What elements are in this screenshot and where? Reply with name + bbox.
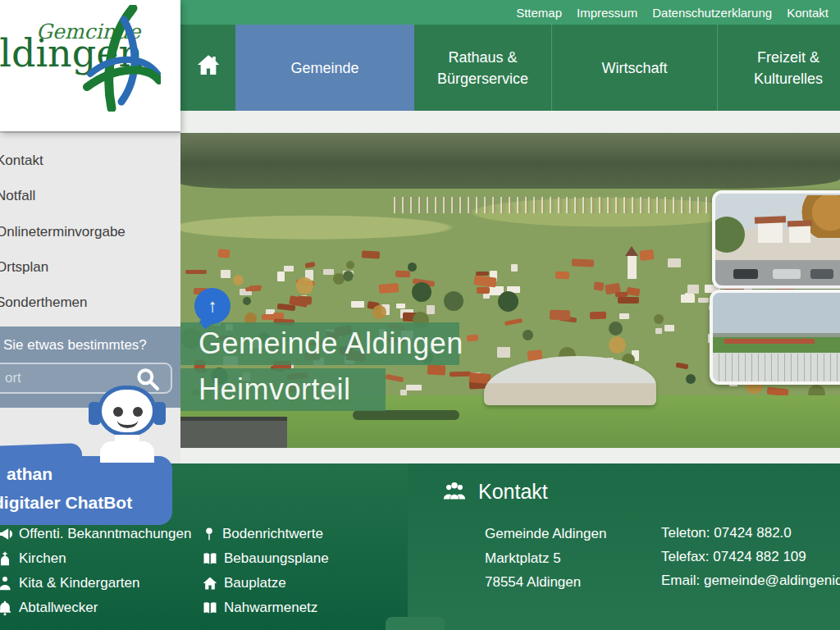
- footer-link-nahwaermenetz[interactable]: Nahwarmenetz: [202, 600, 317, 616]
- village-shape: [323, 269, 334, 275]
- hero-subtitle-banner: Heimvorteil: [180, 368, 386, 411]
- hero-hedge: [353, 410, 459, 420]
- top-link-impressum[interactable]: Impressum: [577, 6, 637, 20]
- village-shape: [396, 304, 405, 308]
- village-shape: [450, 372, 471, 377]
- village-shape: [654, 314, 664, 324]
- village-shape: [686, 374, 696, 384]
- top-link-datenschutz[interactable]: Datenschutzerklarung: [652, 6, 772, 20]
- sidebar-item-notfall[interactable]: Notfall: [0, 188, 35, 204]
- footer-link-bauplaetze[interactable]: Bauplatze: [202, 575, 286, 591]
- bell-icon: [0, 600, 13, 616]
- sidebar-item-kontakt[interactable]: Kontakt: [0, 153, 43, 169]
- footer-link-bebauungsplaene[interactable]: Bebauungsplane: [202, 550, 329, 567]
- church-icon: [0, 550, 13, 567]
- footer-link-label: Nahwarmenetz: [224, 600, 317, 616]
- footer-link-label: Kirchen: [19, 550, 66, 567]
- sidebar-item-sonderthemen[interactable]: Sonderthemen: [0, 294, 88, 311]
- house-icon: [202, 575, 218, 591]
- village-shape: [593, 281, 604, 290]
- village-shape: [655, 328, 662, 334]
- nav-label: Bürgerservice: [437, 68, 528, 89]
- thumb-car: [773, 269, 801, 279]
- village-shape: [476, 272, 489, 276]
- hero-thumbnail-street[interactable]: [712, 190, 840, 289]
- village-shape: [467, 334, 479, 342]
- village-shape: [427, 364, 446, 375]
- nav-item-gemeinde[interactable]: Gemeinde: [235, 25, 414, 111]
- site-logo[interactable]: Gemcinde Aldingen: [0, 0, 180, 131]
- book-icon: [202, 550, 218, 567]
- green-tree: [712, 217, 745, 253]
- village-shape: [498, 291, 518, 312]
- footer-link-kirchen[interactable]: Kirchen: [0, 550, 66, 567]
- village-shape: [412, 282, 431, 302]
- thumb-house: [789, 225, 810, 243]
- contact-heading-label: Kontakt: [478, 480, 548, 504]
- footer-link-abfallwecker[interactable]: Abtallwecker: [0, 600, 98, 616]
- map-pin-icon: [202, 526, 217, 542]
- village-shape: [609, 322, 623, 336]
- contact-address-line: 78554 Aldingen: [485, 574, 581, 591]
- people-group-icon: [441, 479, 468, 504]
- footer-link-label: Bodenrichtwerte: [222, 526, 323, 542]
- thumb-roof: [788, 220, 812, 226]
- footer-link-label: Kita & Kindergarten: [19, 575, 139, 591]
- footer-link-label: Abtallwecker: [19, 600, 98, 616]
- village-shape: [277, 272, 285, 281]
- nav-home-button[interactable]: [180, 25, 235, 111]
- nav-item-wirtschaft[interactable]: Wirtschaft: [551, 25, 717, 111]
- village-shape: [221, 270, 231, 278]
- village-shape: [477, 287, 490, 294]
- village-shape: [555, 272, 569, 280]
- person-icon: [0, 575, 13, 591]
- nav-item-freizeit-kulturelles[interactable]: Freizeit & Kulturelles: [717, 25, 840, 111]
- nav-item-rathaus-buergerservice[interactable]: Rathaus & Bürgerservice: [414, 25, 551, 111]
- village-shape: [523, 330, 533, 340]
- footer-link-label: Bauplatze: [224, 575, 286, 591]
- hero-dark-building: [180, 417, 287, 448]
- nav-label: Rathaus &: [448, 47, 517, 68]
- village-shape: [618, 297, 639, 304]
- village-shape: [379, 283, 399, 294]
- village-shape: [427, 305, 435, 314]
- megaphone-icon: [0, 526, 13, 542]
- hero-title-banner: Gemeinde Aldingen: [180, 322, 459, 365]
- contact-phone-line: Teleton: 07424 882.0: [661, 525, 792, 541]
- hero-mountain: [180, 133, 840, 189]
- chatbot-role: digitaler ChatBot: [0, 493, 132, 513]
- sidebar-item-onlineterminvorgabe[interactable]: Onlineterminvorgabe: [0, 224, 126, 240]
- village-shape: [372, 305, 386, 319]
- home-icon: [195, 52, 221, 83]
- top-link-sitemap[interactable]: Sttemap: [516, 6, 562, 20]
- village-shape: [497, 347, 510, 358]
- scroll-up-button[interactable]: ↑: [194, 288, 231, 324]
- village-shape: [698, 298, 709, 303]
- village-shape: [296, 277, 313, 294]
- footer-link-kita[interactable]: Kita & Kindergarten: [0, 575, 139, 591]
- sidebar-item-ortsplan[interactable]: Ortsplan: [0, 259, 48, 276]
- chatbot-avatar-body: [100, 441, 154, 463]
- footer-link-bodenrichtwerte[interactable]: Bodenrichtwerte: [202, 526, 323, 542]
- village-shape: [400, 390, 407, 395]
- chatbot-avatar-icon[interactable]: [98, 386, 157, 436]
- footer-link-bekanntmachungen[interactable]: Offenti. Bekanntmachungen: [0, 526, 191, 542]
- village-shape: [473, 275, 496, 287]
- top-links: Sttemap Impressum Datenschutzerklarung K…: [516, 0, 829, 25]
- hero-subtitle: Heimvorteil: [180, 372, 351, 407]
- village-shape: [346, 261, 354, 269]
- nav-label: Gemeinde: [290, 57, 358, 79]
- village-shape: [343, 271, 354, 281]
- hero-title: Gemeinde Aldingen: [180, 326, 463, 361]
- footer-tab[interactable]: [386, 617, 445, 630]
- village-shape: [511, 264, 518, 272]
- village-shape: [305, 262, 316, 268]
- chatbot-card[interactable]: athan digitaler ChatBot: [0, 456, 172, 525]
- nav-label: Wirtschaft: [601, 57, 667, 79]
- contact-fax-line: Telefax: 07424 882 109: [661, 549, 806, 565]
- top-link-kontakt[interactable]: Kontakt: [787, 6, 829, 20]
- village-shape: [664, 325, 674, 331]
- village-shape: [572, 259, 594, 267]
- village-shape: [395, 271, 410, 278]
- hero-thumbnail-panorama[interactable]: [710, 290, 840, 385]
